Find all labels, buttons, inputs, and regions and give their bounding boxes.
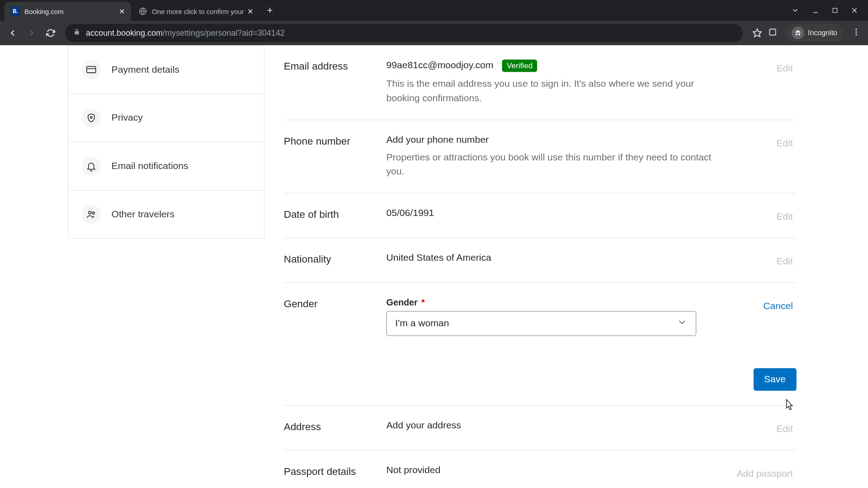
- save-row: Save: [284, 350, 797, 406]
- sidebar-item-email-notifications[interactable]: Email notifications: [68, 142, 264, 191]
- svg-marker-5: [753, 29, 761, 37]
- reload-button[interactable]: [42, 25, 59, 41]
- incognito-badge[interactable]: Incognito: [785, 24, 844, 42]
- row-passport: Passport details Not provided Add passpo…: [284, 450, 797, 488]
- bookmark-icon[interactable]: [749, 25, 765, 41]
- edit-phone-button[interactable]: Edit: [777, 135, 797, 179]
- dob-value: 05/06/1991: [387, 208, 777, 219]
- users-icon: [82, 205, 101, 224]
- chevron-down-icon[interactable]: [791, 6, 799, 14]
- gender-select[interactable]: I'm a woman: [387, 311, 697, 336]
- edit-nationality-button[interactable]: Edit: [777, 253, 797, 268]
- minimize-icon[interactable]: [812, 7, 819, 14]
- row-label: Phone number: [284, 135, 387, 179]
- main-panel: Email address 99ae81cc@moodjoy.com Verif…: [284, 45, 797, 488]
- row-dob: Date of birth 05/06/1991 Edit: [284, 193, 797, 238]
- save-button[interactable]: Save: [753, 368, 797, 391]
- row-gender: Gender Gender * I'm a woman Cancel: [284, 283, 797, 350]
- cancel-gender-button[interactable]: Cancel: [763, 297, 797, 336]
- favicon-booking: B.: [11, 7, 20, 16]
- sidebar-item-label: Other travelers: [112, 209, 175, 220]
- svg-rect-10: [87, 66, 96, 73]
- maximize-icon[interactable]: [832, 7, 838, 14]
- svg-rect-2: [833, 8, 837, 12]
- row-address: Address Add your address Edit: [284, 406, 797, 450]
- extensions-icon[interactable]: [768, 28, 777, 38]
- row-label: Nationality: [284, 253, 387, 268]
- credit-card-icon: [82, 60, 101, 79]
- back-button[interactable]: [5, 25, 21, 41]
- row-label: Gender: [284, 297, 387, 336]
- email-description: This is the email address you use to sig…: [387, 77, 720, 105]
- passport-value: Not provided: [387, 465, 737, 475]
- privacy-icon: [82, 108, 101, 127]
- lock-icon: [73, 28, 80, 38]
- tab-title: Booking.com: [24, 8, 115, 15]
- edit-address-button[interactable]: Edit: [777, 420, 797, 435]
- row-nationality: Nationality United States of America Edi…: [284, 238, 797, 283]
- gender-field-label: Gender *: [387, 297, 764, 307]
- row-label: Passport details: [284, 465, 387, 480]
- menu-icon[interactable]: [852, 28, 861, 38]
- browser-tab-inactive[interactable]: One more click to confirm your ✕: [132, 2, 259, 21]
- tab-title: One more click to confirm your: [152, 8, 244, 15]
- edit-email-button[interactable]: Edit: [777, 60, 797, 106]
- svg-point-12: [90, 117, 92, 118]
- close-window-icon[interactable]: [851, 7, 858, 14]
- row-label: Address: [284, 420, 387, 435]
- email-value: 99ae81cc@moodjoy.com Verified: [387, 60, 777, 72]
- incognito-label: Incognito: [808, 29, 837, 37]
- sidebar: Payment details Privacy Email notificati…: [68, 45, 264, 488]
- svg-point-14: [92, 212, 94, 214]
- svg-point-13: [89, 211, 91, 214]
- row-label: Date of birth: [284, 208, 387, 223]
- row-email: Email address 99ae81cc@moodjoy.com Verif…: [284, 45, 797, 120]
- bell-icon: [82, 157, 101, 176]
- close-tab-icon[interactable]: ✕: [119, 7, 125, 16]
- url-text: account.booking.com/mysettings/personal?…: [86, 28, 285, 38]
- forward-button[interactable]: [24, 25, 40, 41]
- svg-point-9: [855, 34, 857, 35]
- chevron-down-icon: [677, 317, 688, 330]
- svg-rect-6: [769, 29, 775, 35]
- close-tab-icon[interactable]: ✕: [247, 7, 253, 16]
- favicon-globe-icon: [138, 7, 147, 16]
- url-input[interactable]: account.booking.com/mysettings/personal?…: [65, 24, 743, 42]
- sidebar-item-payment-details[interactable]: Payment details: [68, 45, 264, 94]
- gender-selected-value: I'm a woman: [395, 318, 449, 329]
- page-content: Payment details Privacy Email notificati…: [0, 45, 868, 488]
- svg-point-7: [855, 29, 857, 30]
- sidebar-item-privacy[interactable]: Privacy: [68, 94, 264, 142]
- verified-badge: Verified: [502, 60, 537, 72]
- sidebar-item-label: Payment details: [112, 64, 179, 75]
- incognito-icon: [792, 27, 804, 39]
- phone-description: Properties or attractions you book will …: [387, 150, 720, 178]
- address-bar: account.booking.com/mysettings/personal?…: [0, 21, 868, 45]
- sidebar-item-other-travelers[interactable]: Other travelers: [68, 191, 264, 239]
- new-tab-button[interactable]: +: [260, 5, 279, 16]
- phone-value: Add your phone number: [387, 135, 777, 145]
- row-label: Email address: [284, 60, 387, 106]
- add-passport-button[interactable]: Add passport: [737, 465, 797, 480]
- tab-bar: B. Booking.com ✕ One more click to confi…: [0, 0, 868, 21]
- browser-tab-active[interactable]: B. Booking.com ✕: [5, 2, 131, 21]
- browser-chrome: B. Booking.com ✕ One more click to confi…: [0, 0, 868, 45]
- sidebar-item-label: Privacy: [112, 113, 143, 123]
- address-value: Add your address: [387, 420, 777, 431]
- row-phone: Phone number Add your phone number Prope…: [284, 120, 797, 193]
- nationality-value: United States of America: [387, 253, 777, 263]
- svg-point-8: [855, 31, 857, 33]
- sidebar-item-label: Email notifications: [112, 161, 189, 172]
- edit-dob-button[interactable]: Edit: [777, 208, 797, 223]
- window-controls: [791, 6, 868, 14]
